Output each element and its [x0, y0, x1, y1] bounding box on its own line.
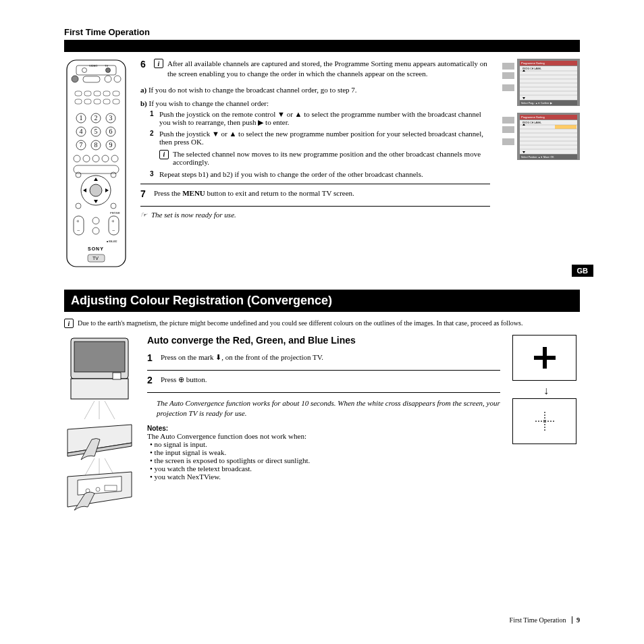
- sub-b1: 1 Push the joystick on the remote contro…: [150, 110, 490, 127]
- sub-b1-num: 1: [150, 110, 157, 127]
- svg-rect-10: [75, 91, 82, 96]
- svg-text:6: 6: [109, 128, 113, 135]
- svg-rect-118: [544, 427, 545, 428]
- down-arrow-icon: ↓: [512, 385, 580, 397]
- svg-point-49: [111, 203, 116, 209]
- svg-text:■ RM-892: ■ RM-892: [107, 240, 117, 243]
- hand-icon: ☞: [140, 211, 147, 219]
- svg-point-40: [92, 155, 99, 162]
- svg-text:8: 8: [95, 141, 98, 149]
- step7-post: button to exit and return to the normal …: [205, 189, 354, 197]
- svg-point-4: [82, 68, 87, 73]
- bullet: no signal is input.: [150, 440, 500, 448]
- svg-rect-120: [535, 421, 537, 422]
- step-number: 6: [140, 59, 150, 79]
- svg-text:Programme Sorting: Programme Sorting: [521, 115, 545, 119]
- mid-column: Auto converge the Red, Green, and Blue L…: [147, 335, 500, 512]
- svg-point-47: [111, 172, 116, 178]
- svg-point-58: [92, 227, 99, 234]
- sub-a: a) If you do not wish to change the broa…: [140, 86, 490, 94]
- sub-b2-text: Push the joystick ▼ or ▲ to select the n…: [159, 130, 490, 146]
- section-intro: i Due to the earth's magnetism, the pict…: [64, 319, 580, 328]
- remote-control-icon: VIDEO TV 1 2 3 4 5: [64, 59, 128, 268]
- svg-text:Programme Sorting: Programme Sorting: [521, 61, 545, 65]
- svg-rect-65: [502, 84, 514, 91]
- svg-point-42: [111, 155, 118, 162]
- svg-text:VIDEO: VIDEO: [89, 64, 97, 68]
- svg-rect-114: [544, 412, 545, 413]
- lower-grid: Auto converge the Red, Green, and Blue L…: [64, 335, 580, 512]
- bullet-list: no signal is input. the input signal is …: [150, 440, 500, 481]
- page-number: 9: [572, 616, 580, 624]
- svg-text:3: 3: [109, 114, 113, 122]
- tv-column: [64, 335, 135, 512]
- language-tab-gb: GB: [572, 265, 594, 277]
- svg-rect-19: [113, 99, 119, 104]
- svg-rect-99: [74, 342, 125, 372]
- note-box: i The selected channel now moves to its …: [159, 150, 490, 166]
- svg-text:−: −: [112, 227, 115, 234]
- page-footer: First Time Operation 9: [510, 616, 580, 624]
- svg-rect-63: [502, 63, 514, 70]
- section-title: Adjusting Colour Registration (Convergen…: [64, 290, 580, 312]
- svg-rect-15: [75, 99, 82, 104]
- ready-text: The set is now ready for use.: [151, 211, 236, 219]
- sub-b-text: If you wish to change the channel order:: [149, 99, 269, 107]
- header-title: First Time Operation: [64, 27, 580, 37]
- step6-text: After all available channels are capture…: [167, 59, 490, 79]
- svg-point-38: [74, 155, 80, 162]
- conv-step-1: 1 Press on the mark ⬇, on the front of t…: [147, 352, 500, 363]
- osd-screenshot-2: Programme Sorting PROG CH LABEL Select P…: [502, 113, 580, 160]
- notes-intro: The Auto Convergence function does not w…: [147, 432, 500, 440]
- note-text: The selected channel now moves to its ne…: [173, 150, 490, 166]
- svg-rect-126: [543, 420, 546, 423]
- svg-rect-82: [502, 138, 514, 145]
- svg-text:PROG   CH      LABEL: PROG CH LABEL: [522, 122, 541, 124]
- svg-text:+: +: [111, 218, 115, 224]
- svg-point-39: [83, 155, 90, 162]
- sub-b2-num: 2: [150, 130, 157, 146]
- svg-point-46: [76, 172, 81, 178]
- svg-point-8: [105, 76, 111, 82]
- info-icon: i: [154, 59, 163, 68]
- svg-text:2: 2: [95, 114, 98, 122]
- svg-rect-80: [502, 117, 514, 124]
- svg-rect-64: [502, 72, 514, 79]
- steps-column: 6 i After all available channels are cap…: [140, 59, 490, 269]
- svg-rect-101: [113, 373, 121, 379]
- bullet: you watch NexTView.: [150, 473, 500, 481]
- osd-column: Programme Sorting PROG CH LABEL Select P…: [502, 59, 580, 269]
- svg-point-9: [114, 76, 121, 82]
- projection-tv-icon: [64, 335, 135, 510]
- svg-rect-122: [541, 421, 542, 422]
- svg-point-41: [102, 155, 109, 162]
- sub-b-label: b): [140, 99, 147, 107]
- svg-point-48: [76, 203, 81, 209]
- info-icon: i: [64, 319, 74, 328]
- sub-b3-text: Repeat steps b1) and b2) if you wish to …: [159, 170, 423, 178]
- svg-rect-81: [502, 126, 514, 133]
- step-number: 7: [140, 188, 150, 199]
- footer-label: First Time Operation: [510, 616, 566, 624]
- sub-b3: 3 Repeat steps b1) and b2) if you wish t…: [150, 170, 490, 178]
- svg-rect-11: [84, 91, 91, 96]
- notes-title: Notes:: [147, 425, 500, 432]
- sub-b3-num: 3: [150, 170, 157, 178]
- svg-rect-7: [83, 76, 100, 82]
- conv-s1-text: Press on the mark ⬇, on the front of the…: [161, 352, 500, 363]
- svg-line-104: [105, 401, 115, 419]
- svg-rect-17: [94, 99, 101, 104]
- svg-rect-113: [534, 356, 556, 360]
- osd-screenshot-1: Programme Sorting PROG CH LABEL Select P…: [502, 59, 580, 106]
- svg-text:TV: TV: [92, 256, 99, 261]
- svg-rect-12: [94, 91, 101, 96]
- sub-a-text: If you do not wish to change the broadca…: [149, 86, 357, 94]
- svg-text:Select Position: ▲▼   Move: OK: Select Position: ▲▼ Move: OK: [521, 156, 554, 159]
- divider: [140, 206, 490, 207]
- svg-rect-18: [103, 99, 110, 104]
- conv-step-2: 2 Press ⊕ button.: [147, 375, 500, 385]
- svg-text:+: +: [76, 218, 80, 224]
- info-icon: i: [159, 150, 169, 159]
- dotted-cross-icon: [512, 398, 576, 444]
- svg-point-6: [72, 76, 78, 82]
